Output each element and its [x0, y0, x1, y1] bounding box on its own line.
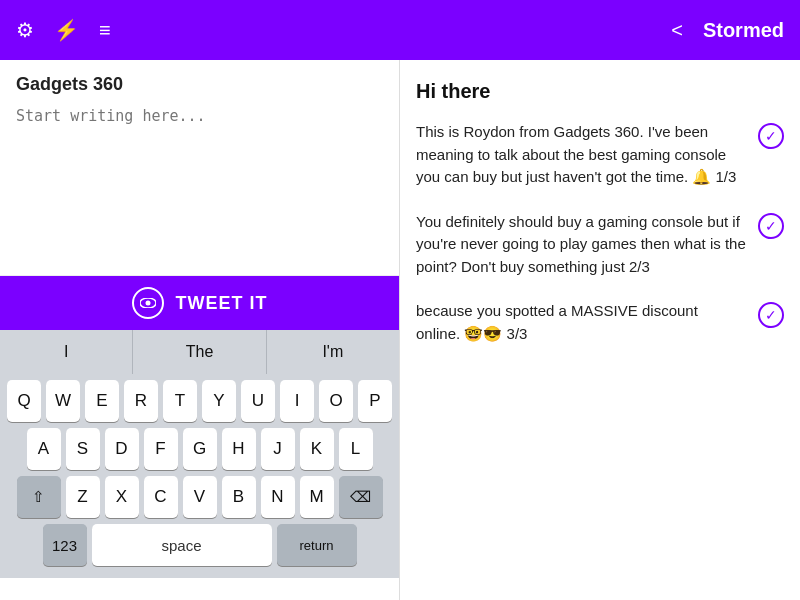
- check-icon-1[interactable]: [758, 213, 784, 239]
- autocomplete-item-0[interactable]: I: [0, 330, 133, 374]
- key-s[interactable]: S: [66, 428, 100, 470]
- tweet-item-1: You definitely should buy a gaming conso…: [416, 211, 784, 279]
- key-n[interactable]: N: [261, 476, 295, 518]
- right-panel: Hi there This is Roydon from Gadgets 360…: [400, 60, 800, 600]
- svg-point-1: [145, 301, 150, 306]
- lightning-icon[interactable]: ⚡: [54, 18, 79, 42]
- key-l[interactable]: L: [339, 428, 373, 470]
- key-o[interactable]: O: [319, 380, 353, 422]
- right-title: Hi there: [416, 80, 784, 103]
- back-icon[interactable]: <: [671, 19, 683, 42]
- tweet-input[interactable]: [16, 103, 383, 263]
- compose-area: Gadgets 360: [0, 60, 399, 276]
- key-m[interactable]: M: [300, 476, 334, 518]
- tweet-item-0: This is Roydon from Gadgets 360. I've be…: [416, 121, 784, 189]
- key-a[interactable]: A: [27, 428, 61, 470]
- key-x[interactable]: X: [105, 476, 139, 518]
- key-u[interactable]: U: [241, 380, 275, 422]
- gear-icon[interactable]: ⚙: [16, 18, 34, 42]
- tweet-text-0: This is Roydon from Gadgets 360. I've be…: [416, 121, 758, 189]
- check-icon-2[interactable]: [758, 302, 784, 328]
- key-return[interactable]: return: [277, 524, 357, 566]
- app-header: ⚙ ⚡ ≡ < Stormed: [0, 0, 800, 60]
- key-b[interactable]: B: [222, 476, 256, 518]
- key-y[interactable]: Y: [202, 380, 236, 422]
- key-t[interactable]: T: [163, 380, 197, 422]
- key-k[interactable]: K: [300, 428, 334, 470]
- tweet-text-1: You definitely should buy a gaming conso…: [416, 211, 758, 279]
- autocomplete-item-1[interactable]: The: [133, 330, 266, 374]
- key-space[interactable]: space: [92, 524, 272, 566]
- tweet-button-label: TWEET IT: [176, 293, 268, 314]
- menu-icon[interactable]: ≡: [99, 19, 111, 42]
- key-z[interactable]: Z: [66, 476, 100, 518]
- tweet-item-2: because you spotted a MASSIVE discount o…: [416, 300, 784, 345]
- keyboard: Q W E R T Y U I O P A S D F G H J K L: [0, 374, 399, 578]
- check-icon-0[interactable]: [758, 123, 784, 149]
- left-panel: Gadgets 360 TWEET IT I The I'm Q W E: [0, 60, 400, 600]
- key-e[interactable]: E: [85, 380, 119, 422]
- key-i[interactable]: I: [280, 380, 314, 422]
- tweet-text-2: because you spotted a MASSIVE discount o…: [416, 300, 758, 345]
- keyboard-row-3: ⇧ Z X C V B N M ⌫: [4, 476, 395, 518]
- compose-title: Gadgets 360: [16, 74, 383, 95]
- keyboard-row-1: Q W E R T Y U I O P: [4, 380, 395, 422]
- tweet-button[interactable]: TWEET IT: [0, 276, 399, 330]
- key-g[interactable]: G: [183, 428, 217, 470]
- app-title: Stormed: [703, 19, 784, 42]
- key-w[interactable]: W: [46, 380, 80, 422]
- keyboard-row-2: A S D F G H J K L: [4, 428, 395, 470]
- keyboard-row-4: 123 space return: [4, 524, 395, 566]
- key-numbers[interactable]: 123: [43, 524, 87, 566]
- autocomplete-bar: I The I'm: [0, 330, 399, 374]
- key-q[interactable]: Q: [7, 380, 41, 422]
- key-v[interactable]: V: [183, 476, 217, 518]
- key-delete[interactable]: ⌫: [339, 476, 383, 518]
- key-shift[interactable]: ⇧: [17, 476, 61, 518]
- key-j[interactable]: J: [261, 428, 295, 470]
- autocomplete-item-2[interactable]: I'm: [267, 330, 399, 374]
- key-h[interactable]: H: [222, 428, 256, 470]
- key-r[interactable]: R: [124, 380, 158, 422]
- eye-icon: [132, 287, 164, 319]
- main-content: Gadgets 360 TWEET IT I The I'm Q W E: [0, 60, 800, 600]
- key-c[interactable]: C: [144, 476, 178, 518]
- key-p[interactable]: P: [358, 380, 392, 422]
- key-d[interactable]: D: [105, 428, 139, 470]
- key-f[interactable]: F: [144, 428, 178, 470]
